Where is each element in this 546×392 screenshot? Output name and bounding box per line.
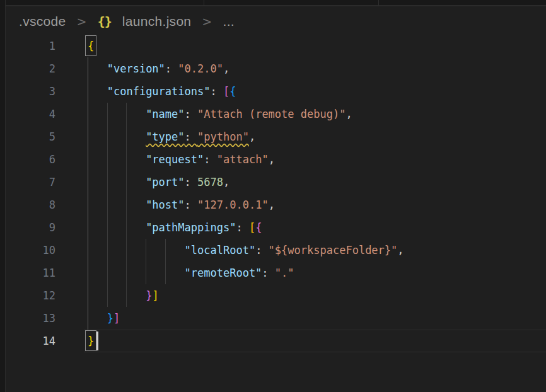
line-number[interactable]: 9 [6, 216, 55, 239]
tab-separator [378, 0, 379, 6]
line-number[interactable]: 4 [6, 103, 55, 125]
chevron-right-icon: > [76, 14, 86, 28]
line-number[interactable]: 13 [6, 307, 55, 330]
code-token: : [204, 153, 216, 166]
line-number[interactable]: 5 [6, 125, 55, 148]
code-line[interactable]: "configurations": [{ [61, 80, 546, 103]
code-text: "pathMappings": [{ [61, 216, 546, 239]
tab-separator [204, 0, 204, 6]
code-token: , [223, 176, 229, 188]
code-token: , [269, 153, 275, 166]
code-token: : [210, 85, 223, 98]
code-token: [ [249, 221, 255, 234]
code-token: { [255, 221, 262, 234]
code-token: } [146, 289, 152, 302]
line-number[interactable]: 1 [6, 35, 55, 57]
code-text: }] [61, 307, 546, 330]
code-line[interactable]: } [61, 330, 546, 352]
breadcrumb-ellipsis[interactable]: ... [223, 14, 235, 29]
code-line[interactable]: "name": "Attach (remote debug)", [61, 103, 546, 125]
code-line[interactable]: "remoteRoot": "." [61, 262, 546, 284]
code-token: "0.2.0" [178, 62, 223, 75]
code-token: , [269, 199, 275, 211]
code-line[interactable]: "port": 5678, [61, 171, 546, 193]
code-token: "remoteRoot" [185, 267, 262, 279]
line-number[interactable]: 14 [6, 330, 55, 352]
code-text: "port": 5678, [61, 171, 546, 193]
code-token: "port" [146, 176, 184, 188]
line-number[interactable]: 6 [6, 148, 55, 171]
code-token: "request" [146, 153, 204, 166]
tab-bar [0, 0, 546, 6]
code-token: "Attach (remote debug)" [197, 108, 346, 120]
code-token: 5678 [197, 176, 223, 188]
chevron-right-icon: > [202, 14, 212, 28]
code-line[interactable]: "localRoot": "${workspaceFolder}", [61, 239, 546, 262]
code-text: { [61, 35, 546, 57]
code-token: : [262, 267, 274, 279]
breadcrumb: .vscode > {} launch.json > ... [6, 8, 546, 35]
code-token: : [185, 199, 197, 211]
code-token: "host" [146, 199, 184, 211]
code-token: : [185, 130, 197, 143]
code-text: "type": "python", [61, 125, 546, 148]
code-token: "configurations" [107, 85, 211, 98]
code-token: } [88, 335, 94, 347]
code-token: : [165, 62, 178, 75]
editor-window: .vscode > {} launch.json > ... 123456789… [0, 0, 546, 392]
text-cursor [96, 331, 98, 350]
code-line[interactable]: { [61, 35, 546, 57]
code-token: "${workspaceFolder}" [269, 244, 398, 257]
warning-squiggle: "type": "python" [146, 130, 249, 143]
line-number[interactable]: 11 [6, 262, 55, 284]
code-text: "name": "Attach (remote debug)", [61, 103, 546, 125]
code-token: "name" [146, 108, 184, 120]
line-number[interactable]: 12 [6, 284, 55, 307]
sidebar-edge [0, 0, 6, 392]
code-area: { "version": "0.2.0", "configurations": … [61, 35, 546, 352]
line-number[interactable]: 2 [6, 57, 55, 80]
breadcrumb-item-file[interactable]: launch.json [122, 14, 192, 29]
code-token: ] [113, 312, 120, 325]
code-text: "request": "attach", [61, 148, 546, 171]
code-text: "localRoot": "${workspaceFolder}", [61, 239, 546, 262]
code-line[interactable]: "type": "python", [61, 125, 546, 148]
code-token: : [236, 221, 248, 234]
code-token: "localRoot" [185, 244, 256, 257]
code-text: }] [61, 284, 546, 307]
code-text: } [61, 330, 546, 352]
line-number[interactable]: 10 [6, 239, 55, 262]
code-token: , [223, 62, 229, 75]
code-token: { [229, 85, 236, 98]
gutter: 1234567891011121314 [6, 35, 55, 352]
code-token: { [88, 40, 94, 52]
code-token: "version" [107, 62, 165, 75]
json-file-icon: {} [98, 14, 112, 29]
code-token: "python" [197, 130, 249, 143]
code-token: "attach" [217, 153, 269, 166]
code-token: : [185, 108, 197, 120]
code-token: "type" [146, 130, 184, 143]
code-token: "pathMappings" [146, 221, 236, 234]
code-token: ] [152, 289, 158, 302]
code-line[interactable]: "pathMappings": [{ [61, 216, 546, 239]
code-token: , [397, 244, 404, 257]
line-number[interactable]: 7 [6, 171, 55, 193]
code-token: [ [223, 85, 229, 98]
breadcrumb-item-folder[interactable]: .vscode [19, 14, 66, 29]
code-token: "127.0.0.1" [197, 199, 269, 211]
line-number[interactable]: 8 [6, 193, 55, 216]
line-number[interactable]: 3 [6, 80, 55, 103]
code-token: } [107, 312, 113, 325]
code-text: "host": "127.0.0.1", [61, 193, 546, 216]
code-text: "configurations": [{ [61, 80, 546, 103]
code-line[interactable]: "request": "attach", [61, 148, 546, 171]
code-text: "version": "0.2.0", [61, 57, 546, 80]
code-token: , [346, 108, 352, 120]
code-line[interactable]: }] [61, 307, 546, 330]
code-text: "remoteRoot": "." [61, 262, 546, 284]
code-token: "." [275, 267, 294, 279]
code-line[interactable]: "version": "0.2.0", [61, 57, 546, 80]
code-line[interactable]: "host": "127.0.0.1", [61, 193, 546, 216]
code-line[interactable]: }] [61, 284, 546, 307]
